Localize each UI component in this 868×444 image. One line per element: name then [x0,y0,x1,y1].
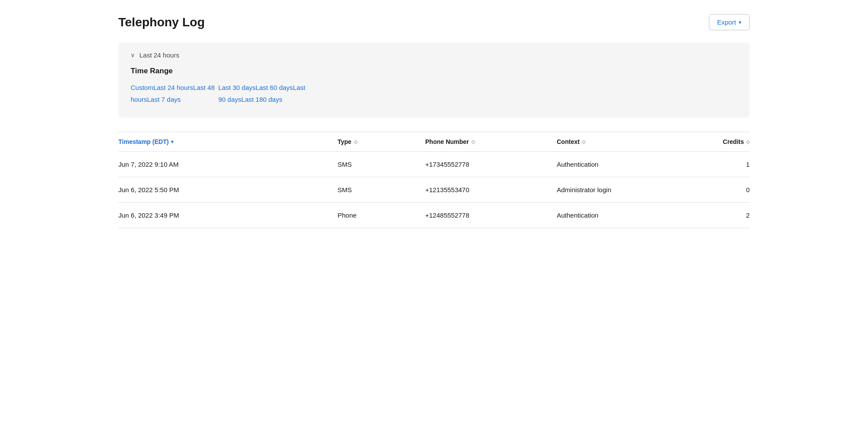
col-header-credits[interactable]: Credits◇ [688,138,750,145]
table-cell-timestamp: Jun 7, 2022 9:10 AM [118,161,338,168]
col-header-label-phone_number: Phone Number [425,138,469,145]
sort-diamond-icon-context: ◇ [582,139,585,145]
table-row: Jun 6, 2022 3:49 PMPhone+12485552778Auth… [118,203,750,228]
time-range-option-last-60-days[interactable]: Last 60 days [256,84,293,91]
table-cell-context: Administrator login [557,186,688,193]
time-range-option-custom[interactable]: Custom [131,84,153,91]
filter-panel-toggle[interactable]: ∨ Last 24 hours [131,51,737,59]
table-cell-credits: 0 [688,186,750,193]
sort-diamond-icon-phone_number: ◇ [471,139,475,145]
time-range-grid: CustomLast 24 hoursLast 48 hoursLast 7 d… [131,82,737,105]
export-label: Export [717,18,736,26]
col-header-label-type: Type [338,138,352,145]
time-range-option-last-180-days[interactable]: Last 180 days [242,96,282,103]
col-header-label-credits: Credits [723,138,744,145]
time-range-option-last-24-hours[interactable]: Last 24 hours [153,84,193,91]
table-cell-context: Authentication [557,161,688,168]
sort-diamond-icon-credits: ◇ [746,139,750,145]
time-range-title: Time Range [131,67,737,75]
table-cell-credits: 1 [688,161,750,168]
table-cell-phone_number: +12135553470 [425,186,557,193]
page-title: Telephony Log [118,15,205,29]
export-button[interactable]: Export ▾ [709,14,750,30]
table-container: Timestamp (EDT)▾Type◇Phone Number◇Contex… [118,132,750,228]
col-header-phone_number[interactable]: Phone Number◇ [425,138,557,145]
sort-diamond-icon-type: ◇ [354,139,357,145]
page-container: Telephony Log Export ▾ ∨ Last 24 hours T… [101,0,767,242]
table-cell-phone_number: +17345552778 [425,161,557,168]
table-cell-timestamp: Jun 6, 2022 5:50 PM [118,186,338,193]
table-row: Jun 7, 2022 9:10 AMSMS+17345552778Authen… [118,152,750,177]
export-chevron-icon: ▾ [739,19,741,25]
col-header-type[interactable]: Type◇ [338,138,425,145]
time-range-col2: Last 30 daysLast 60 daysLast 90 daysLast… [218,82,306,105]
table-header-row: Timestamp (EDT)▾Type◇Phone Number◇Contex… [118,132,750,152]
table-cell-timestamp: Jun 6, 2022 3:49 PM [118,211,338,219]
table-cell-type: Phone [338,211,425,219]
table-cell-phone_number: +12485552778 [425,211,557,219]
filter-panel: ∨ Last 24 hours Time Range CustomLast 24… [118,43,750,118]
table-cell-type: SMS [338,161,425,168]
table-cell-credits: 2 [688,211,750,219]
table-cell-type: SMS [338,186,425,193]
col-header-label-context: Context [557,138,580,145]
time-range-option-last-7-days[interactable]: Last 7 days [147,96,181,103]
table-body: Jun 7, 2022 9:10 AMSMS+17345552778Authen… [118,152,750,228]
page-header: Telephony Log Export ▾ [118,14,750,30]
collapse-icon: ∨ [131,52,135,58]
col-header-label-timestamp: Timestamp (EDT) [118,138,169,145]
col-header-timestamp[interactable]: Timestamp (EDT)▾ [118,138,338,145]
table-cell-context: Authentication [557,211,688,219]
current-filter-label: Last 24 hours [139,51,179,59]
sort-active-icon-timestamp: ▾ [171,139,174,145]
time-range-option-last-30-days[interactable]: Last 30 days [218,84,256,91]
table-row: Jun 6, 2022 5:50 PMSMS+12135553470Admini… [118,177,750,203]
col-header-context[interactable]: Context◇ [557,138,688,145]
time-range-col1: CustomLast 24 hoursLast 48 hoursLast 7 d… [131,82,218,105]
